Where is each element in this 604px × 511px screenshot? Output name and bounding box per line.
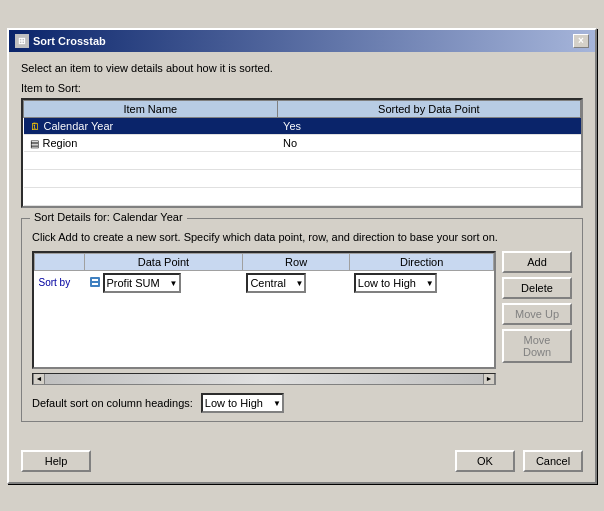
scroll-track[interactable] xyxy=(45,374,483,384)
close-button[interactable]: × xyxy=(573,34,589,48)
default-sort-label: Default sort on column headings: xyxy=(32,397,193,409)
table-row[interactable]: ▤Region No xyxy=(24,134,581,151)
ok-button[interactable]: OK xyxy=(455,450,515,472)
col-item-name: Item Name xyxy=(24,100,278,117)
svg-rect-1 xyxy=(92,279,98,281)
row-calendar-year: Calendar Year xyxy=(44,120,114,132)
row-calendar-sorted: Yes xyxy=(277,117,580,134)
row-cell: Central xyxy=(242,270,349,295)
bottom-right-buttons: OK Cancel xyxy=(455,450,583,472)
description-text: Select an item to view details about how… xyxy=(21,62,583,74)
svg-rect-2 xyxy=(92,283,98,285)
row-select[interactable]: Central xyxy=(246,273,306,293)
col-row: Row xyxy=(242,253,349,270)
default-sort-select-wrapper[interactable]: Low to High High to Low xyxy=(201,393,284,413)
sort-buttons: Add Delete Move Up Move Down xyxy=(502,251,572,385)
sort-details-desc: Click Add to create a new sort. Specify … xyxy=(32,231,572,243)
direction-select-wrapper[interactable]: Low to High High to Low xyxy=(354,273,437,293)
window-icon: ⊞ xyxy=(15,34,29,48)
row-select-wrapper[interactable]: Central xyxy=(246,273,306,293)
sort-by-label: Sort by xyxy=(35,270,85,295)
direction-cell: Low to High High to Low xyxy=(350,270,494,295)
scroll-right-arrow[interactable]: ► xyxy=(483,373,495,385)
data-point-icon xyxy=(89,276,101,290)
move-up-button[interactable]: Move Up xyxy=(502,303,572,325)
data-point-select[interactable]: Profit SUM xyxy=(103,273,181,293)
delete-button[interactable]: Delete xyxy=(502,277,572,299)
horizontal-scrollbar[interactable]: ◄ ► xyxy=(32,373,496,385)
sort-crosstab-dialog: ⊞ Sort Crosstab × Select an item to view… xyxy=(7,28,597,484)
sort-table: Data Point Row Direction Sort by xyxy=(34,253,494,367)
data-point-cell: Profit SUM xyxy=(85,270,243,295)
title-bar: ⊞ Sort Crosstab × xyxy=(9,30,595,52)
cancel-button[interactable]: Cancel xyxy=(523,450,583,472)
row-region: Region xyxy=(43,137,78,149)
sort-details-legend: Sort Details for: Calendar Year xyxy=(30,211,187,223)
bottom-bar: Help OK Cancel xyxy=(9,442,595,482)
sort-table-area: Data Point Row Direction Sort by xyxy=(32,251,496,369)
default-sort-row: Default sort on column headings: Low to … xyxy=(32,393,572,413)
col-sort-by xyxy=(35,253,85,270)
item-table: Item Name Sorted by Data Point 🗓Calendar… xyxy=(23,100,581,206)
col-data-point: Data Point xyxy=(85,253,243,270)
sort-row[interactable]: Sort by xyxy=(35,270,494,295)
sort-details-group: Sort Details for: Calendar Year Click Ad… xyxy=(21,218,583,422)
svg-rect-0 xyxy=(90,277,100,287)
add-button[interactable]: Add xyxy=(502,251,572,273)
scroll-left-arrow[interactable]: ◄ xyxy=(33,373,45,385)
row-region-sorted: No xyxy=(277,134,580,151)
region-icon: ▤ xyxy=(30,138,39,149)
sort-inner: Data Point Row Direction Sort by xyxy=(32,251,572,385)
calendar-icon: 🗓 xyxy=(30,121,40,132)
default-sort-select[interactable]: Low to High High to Low xyxy=(201,393,284,413)
col-direction: Direction xyxy=(350,253,494,270)
window-title: Sort Crosstab xyxy=(33,35,106,47)
move-down-button[interactable]: Move Down xyxy=(502,329,572,363)
direction-select[interactable]: Low to High High to Low xyxy=(354,273,437,293)
col-sorted-by: Sorted by Data Point xyxy=(277,100,580,117)
item-table-container: Item Name Sorted by Data Point 🗓Calendar… xyxy=(21,98,583,208)
help-button[interactable]: Help xyxy=(21,450,91,472)
data-point-select-wrapper[interactable]: Profit SUM xyxy=(103,273,181,293)
item-sort-label: Item to Sort: xyxy=(21,82,583,94)
table-row[interactable]: 🗓Calendar Year Yes xyxy=(24,117,581,134)
